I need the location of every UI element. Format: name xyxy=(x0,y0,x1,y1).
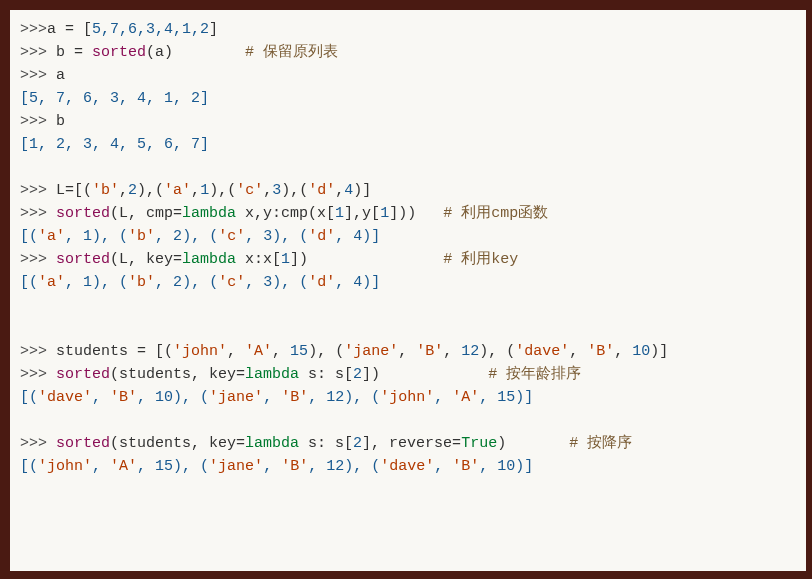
function-name: sorted xyxy=(92,44,146,61)
string-literal: 'd' xyxy=(308,182,335,199)
number-list: 5,7,6,3,4,1,2 xyxy=(92,21,209,38)
output-text: , xyxy=(92,458,110,475)
function-name: sorted xyxy=(56,366,110,383)
keyword: lambda xyxy=(182,205,236,222)
output-text: [5, 7, 6, 3, 4, 1, 2] xyxy=(20,90,209,107)
code-text: , xyxy=(569,343,587,360)
code-text: x,y:cmp(x[ xyxy=(236,205,335,222)
blank-line xyxy=(20,294,800,317)
string-literal: 'john' xyxy=(380,389,434,406)
function-name: sorted xyxy=(56,435,110,452)
output-text: ), ( xyxy=(182,274,218,291)
code-line: >>> sorted(students, key=lambda s: s[2],… xyxy=(20,432,800,455)
code-text: s: s[ xyxy=(299,366,353,383)
string-literal: 'john' xyxy=(173,343,227,360)
string-literal: 'c' xyxy=(218,228,245,245)
string-literal: 'dave' xyxy=(380,458,434,475)
comment: # 利用cmp函数 xyxy=(443,205,548,222)
number-literal: 1 xyxy=(83,274,92,291)
prompt: >>> xyxy=(20,113,56,130)
comment: # 利用key xyxy=(443,251,518,268)
code-text: (students, key= xyxy=(110,366,245,383)
output-text: [( xyxy=(20,228,38,245)
prompt: >>> xyxy=(20,251,56,268)
output-text: , xyxy=(65,228,83,245)
output-text: )] xyxy=(362,274,380,291)
output-line: [5, 7, 6, 3, 4, 1, 2] xyxy=(20,87,800,110)
code-text: (a) xyxy=(146,44,245,61)
code-line: >>> sorted(students, key=lambda s: s[2])… xyxy=(20,363,800,386)
number-literal: 15 xyxy=(497,389,515,406)
output-text: , xyxy=(263,389,281,406)
code-text: , xyxy=(443,343,461,360)
output-text: ), ( xyxy=(182,228,218,245)
output-text: , xyxy=(245,228,263,245)
output-text: , xyxy=(245,274,263,291)
string-literal: 'B' xyxy=(281,458,308,475)
code-text: , xyxy=(263,182,272,199)
output-text: ), ( xyxy=(344,389,380,406)
output-text: , xyxy=(479,458,497,475)
code-text: (L, cmp= xyxy=(110,205,182,222)
keyword: lambda xyxy=(245,366,299,383)
number-literal: 2 xyxy=(173,228,182,245)
output-text: ), ( xyxy=(92,228,128,245)
code-text: ],y[ xyxy=(344,205,380,222)
code-text: (L, key= xyxy=(110,251,182,268)
code-line: >>> students = [('john', 'A', 15), ('jan… xyxy=(20,340,800,363)
code-text: ) xyxy=(497,435,569,452)
number-literal: 1 xyxy=(281,251,290,268)
number-literal: 2 xyxy=(173,274,182,291)
code-text: , xyxy=(335,182,344,199)
output-text: , xyxy=(479,389,497,406)
number-literal: 4 xyxy=(353,274,362,291)
output-text: , xyxy=(137,458,155,475)
output-text: , xyxy=(434,458,452,475)
number-literal: 15 xyxy=(155,458,173,475)
output-text: ), ( xyxy=(173,458,209,475)
code-text: a = [ xyxy=(47,21,92,38)
string-literal: 'john' xyxy=(38,458,92,475)
comment: # 保留原列表 xyxy=(245,44,338,61)
string-literal: 'B' xyxy=(110,389,137,406)
prompt: >>> xyxy=(20,44,56,61)
code-line: >>> b xyxy=(20,110,800,133)
code-text: s: s[ xyxy=(299,435,353,452)
string-literal: 'dave' xyxy=(515,343,569,360)
code-line: >>> a xyxy=(20,64,800,87)
number-literal: 12 xyxy=(461,343,479,360)
code-text: a xyxy=(56,67,65,84)
output-text: , xyxy=(263,458,281,475)
prompt: >>> xyxy=(20,21,47,38)
keyword: lambda xyxy=(245,435,299,452)
string-literal: 'b' xyxy=(92,182,119,199)
blank-line xyxy=(20,409,800,432)
output-text: , xyxy=(137,389,155,406)
output-line: [('dave', 'B', 10), ('jane', 'B', 12), (… xyxy=(20,386,800,409)
output-text: ), ( xyxy=(92,274,128,291)
prompt: >>> xyxy=(20,435,56,452)
number-literal: 3 xyxy=(263,228,272,245)
code-block: >>>a = [5,7,6,3,4,1,2] >>> b = sorted(a)… xyxy=(10,10,806,571)
code-text: ), ( xyxy=(479,343,515,360)
number-literal: 1 xyxy=(335,205,344,222)
number-literal: 4 xyxy=(353,228,362,245)
code-text: , xyxy=(614,343,632,360)
code-text: ] xyxy=(209,21,218,38)
number-literal: 2 xyxy=(353,435,362,452)
output-text: , xyxy=(65,274,83,291)
output-text: )] xyxy=(362,228,380,245)
number-literal: 3 xyxy=(263,274,272,291)
code-text: , xyxy=(191,182,200,199)
output-text: ), ( xyxy=(272,274,308,291)
string-literal: 'B' xyxy=(452,458,479,475)
output-text: ), ( xyxy=(344,458,380,475)
code-line: >>> sorted(L, key=lambda x:x[1]) # 利用key xyxy=(20,248,800,271)
string-literal: 'd' xyxy=(308,274,335,291)
prompt: >>> xyxy=(20,205,56,222)
number-literal: 2 xyxy=(128,182,137,199)
output-text: , xyxy=(155,274,173,291)
string-literal: 'a' xyxy=(38,228,65,245)
code-text: b = xyxy=(56,44,92,61)
code-text: (students, key= xyxy=(110,435,245,452)
